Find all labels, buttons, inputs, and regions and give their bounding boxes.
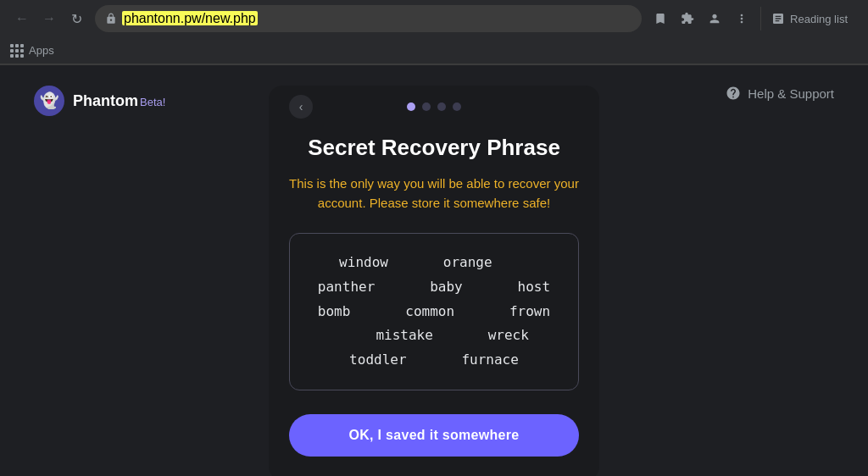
help-icon [726,86,741,101]
reading-list-area[interactable]: Reading list [760,7,858,30]
recovery-phrase-card: ‹ Secret Recovery Phrase This is the onl… [269,86,599,476]
beta-badge: Beta! [140,96,165,108]
address-highlight: phantonn.pw/new.php [122,11,258,26]
apps-grid-icon [10,44,24,58]
nav-buttons: ← → ↻ [10,7,88,30]
card-title: Secret Recovery Phrase [308,135,560,161]
back-stepper-button[interactable]: ‹ [289,95,313,119]
profile-button[interactable] [703,7,726,30]
phantom-name: Phantom [73,92,138,109]
stepper-dot-1 [407,102,415,111]
apps-link[interactable]: Apps [10,44,54,58]
menu-button[interactable] [730,7,754,30]
reload-button[interactable]: ↻ [64,7,88,30]
phrase-box: window orange panther baby host bomb com… [289,233,579,390]
browser-chrome: ← → ↻ phantonn.pw/new.php [0,0,868,65]
phrase-text: window orange panther baby host bomb com… [310,251,558,373]
stepper-dot-3 [437,102,446,111]
toolbar-actions [648,7,754,30]
extensions-button[interactable] [676,7,699,30]
help-support-link[interactable]: Help & Support [726,86,834,101]
lock-icon [105,13,117,25]
ok-saved-button[interactable]: OK, I saved it somewhere [289,414,579,457]
phantom-logo: 👻 PhantomBeta! [34,86,165,116]
address-bar-container[interactable]: phantonn.pw/new.php [95,5,642,32]
forward-button[interactable]: → [37,7,61,30]
stepper-dot-2 [422,102,431,111]
back-button[interactable]: ← [10,7,34,30]
apps-label-text: Apps [29,44,54,57]
stepper-dot-4 [453,102,461,111]
stepper: ‹ [289,102,579,111]
browser-toolbar: ← → ↻ phantonn.pw/new.php [0,0,868,37]
reading-list-label: Reading list [790,13,848,25]
bookmark-button[interactable] [648,7,672,30]
warning-text: This is the only way you will be able to… [289,174,579,213]
phantom-icon: 👻 [34,86,64,116]
page-content: 👻 PhantomBeta! Help & Support ‹ Secret R… [0,65,868,476]
help-support-label: Help & Support [748,86,834,101]
bookmarks-bar: Apps [0,37,868,64]
